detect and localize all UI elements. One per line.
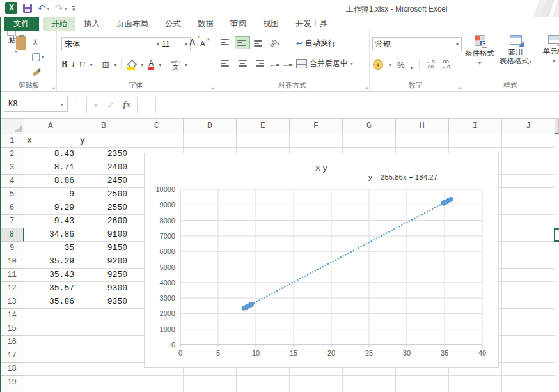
row-header-5[interactable]: 5 — [0, 188, 24, 201]
cell-J18[interactable] — [502, 363, 555, 376]
name-box-dropdown-icon[interactable]: ▾ — [60, 102, 63, 107]
cell-C1[interactable] — [130, 134, 184, 148]
number-format-select[interactable]: 常规 ▾ — [372, 37, 462, 51]
cell-A6[interactable]: 9.29 — [24, 201, 77, 215]
cell-J14[interactable] — [502, 309, 555, 322]
cell-B9[interactable]: 9150 — [77, 242, 130, 255]
cell-J2[interactable] — [502, 148, 555, 161]
cell-J16[interactable] — [502, 336, 555, 349]
increase-decimal-icon[interactable]: ←.0 .00 — [425, 59, 435, 70]
cell-A5[interactable]: 9 — [24, 188, 77, 201]
cell-E20[interactable] — [237, 389, 290, 392]
cell-G19[interactable] — [343, 376, 396, 389]
cell-B4[interactable]: 2450 — [77, 175, 130, 188]
row-header-20[interactable]: 20 — [0, 389, 24, 392]
format-as-table-button[interactable]: 套用 表格格式▾ — [499, 35, 532, 67]
row-header-15[interactable]: 15 — [0, 322, 24, 336]
column-header-I[interactable]: I — [449, 118, 502, 134]
row-header-2[interactable]: 2 — [0, 148, 24, 161]
font-dialog-launcher-icon[interactable]: ⌟ — [212, 83, 214, 90]
cell-B2[interactable]: 2350 — [77, 148, 130, 161]
align-left-button[interactable] — [218, 57, 233, 70]
cell-A18[interactable] — [24, 363, 77, 376]
tab-审阅[interactable]: 审阅 — [222, 17, 255, 31]
cell-I19[interactable] — [449, 376, 502, 389]
cell-B11[interactable]: 9250 — [77, 269, 130, 282]
cell-B17[interactable] — [77, 349, 130, 363]
wrap-text-button[interactable]: ↩ 自动换行 — [296, 38, 336, 49]
column-header-A[interactable]: A — [24, 118, 77, 134]
tab-开始[interactable]: 开始 — [43, 17, 75, 31]
column-header-G[interactable]: G — [343, 118, 396, 134]
cell-J6[interactable] — [502, 201, 555, 215]
cell-H19[interactable] — [396, 376, 449, 389]
scatter-plot[interactable]: 0100020003000400050006000700080009000100… — [145, 153, 498, 367]
cell-C19[interactable] — [130, 376, 184, 389]
cell-B14[interactable] — [77, 309, 130, 322]
row-header-13[interactable]: 13 — [0, 295, 24, 309]
cell-A1[interactable]: x — [24, 134, 77, 148]
decrease-decimal-icon[interactable]: .00 →.0 — [441, 59, 450, 70]
phonetic-dropdown-icon[interactable]: ▾ — [185, 62, 187, 68]
number-format-dropdown-icon[interactable]: ▾ — [456, 42, 459, 47]
underline-button[interactable]: U — [79, 59, 85, 70]
save-icon[interactable] — [23, 4, 32, 13]
row-header-3[interactable]: 3 — [0, 161, 24, 175]
undo-button[interactable]: ↶ ▾ — [38, 3, 49, 13]
row-header-4[interactable]: 4 — [0, 175, 24, 188]
cell-B20[interactable] — [77, 389, 130, 392]
number-dialog-launcher-icon[interactable]: ⌟ — [458, 83, 461, 90]
row-header-16[interactable]: 16 — [0, 336, 24, 349]
column-header-F[interactable]: F — [290, 118, 343, 134]
cell-A16[interactable] — [24, 336, 77, 349]
formula-input[interactable] — [155, 97, 556, 113]
merge-center-button[interactable]: 合并后居中 ▾ — [296, 58, 353, 69]
cell-B10[interactable]: 9200 — [77, 255, 130, 269]
row-header-17[interactable]: 17 — [0, 349, 24, 363]
cell-B5[interactable]: 2500 — [77, 188, 130, 201]
tab-公式[interactable]: 公式 — [157, 17, 189, 31]
tab-页面布局[interactable]: 页面布局 — [108, 17, 157, 31]
enter-icon[interactable]: ✓ — [107, 100, 114, 110]
align-center-button[interactable] — [235, 57, 250, 70]
trendline[interactable] — [244, 200, 451, 309]
row-header-10[interactable]: 10 — [0, 255, 24, 269]
cell-A13[interactable]: 35.86 — [24, 295, 77, 309]
cell-I1[interactable] — [449, 134, 502, 148]
cell-J20[interactable] — [502, 389, 555, 392]
tab-视图[interactable]: 视图 — [255, 17, 287, 31]
insert-function-icon[interactable]: fx — [123, 100, 131, 110]
copy-dropdown-icon[interactable]: ▾ — [42, 54, 44, 60]
cell-B3[interactable]: 2400 — [77, 161, 130, 175]
cell-D1[interactable] — [184, 134, 237, 148]
cell-B8[interactable]: 9100 — [77, 228, 130, 242]
accounting-format-icon[interactable]: ¥ — [373, 59, 383, 70]
cell-G20[interactable] — [343, 389, 396, 392]
excel-logo-icon[interactable]: X — [5, 2, 17, 14]
align-bottom-button[interactable] — [251, 36, 267, 49]
cell-B19[interactable] — [77, 376, 130, 389]
cell-A19[interactable] — [24, 376, 77, 389]
align-right-button[interactable] — [251, 57, 267, 70]
fill-color-dropdown-icon[interactable]: ▾ — [141, 62, 143, 68]
format-painter-button[interactable] — [32, 66, 54, 79]
merge-dropdown-icon[interactable]: ▾ — [350, 61, 353, 67]
cell-J3[interactable] — [502, 161, 555, 175]
increase-indent-icon[interactable]: →≡ — [282, 60, 292, 68]
redo-button[interactable]: ↷ ▾ — [55, 3, 67, 13]
cell-A4[interactable]: 8.86 — [24, 175, 77, 188]
cell-J4[interactable] — [502, 175, 555, 188]
borders-dropdown-icon[interactable]: ▾ — [114, 62, 116, 68]
cell-J5[interactable] — [502, 188, 555, 201]
cell-A17[interactable] — [24, 349, 77, 363]
row-header-14[interactable]: 14 — [0, 309, 24, 322]
bold-button[interactable]: B — [61, 59, 67, 70]
cut-button[interactable]: ✂ — [32, 35, 54, 48]
accounting-dropdown-icon[interactable]: ▾ — [389, 62, 391, 68]
cell-A15[interactable] — [24, 322, 77, 336]
customize-qat-icon[interactable]: ▾ — [72, 6, 75, 12]
cell-J11[interactable] — [502, 269, 555, 282]
selected-cell-outline[interactable] — [554, 228, 559, 242]
comma-style-button[interactable]: , — [411, 61, 413, 68]
cell-B1[interactable]: y — [77, 134, 130, 148]
